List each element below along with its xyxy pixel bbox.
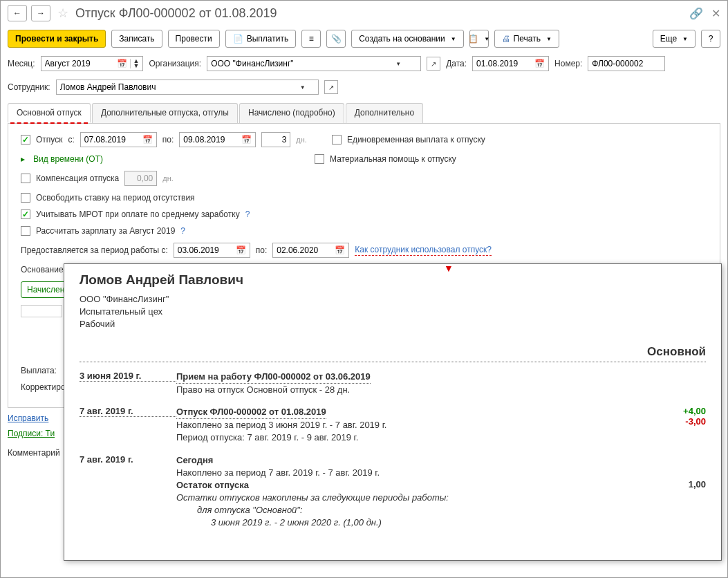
- vacation-checkbox[interactable]: ✓: [21, 135, 30, 144]
- calc-salary-checkbox[interactable]: [21, 226, 30, 236]
- calendar-icon[interactable]: 📅: [142, 135, 153, 144]
- period-to-input[interactable]: 📅: [272, 243, 349, 258]
- period-from-input[interactable]: 📅: [174, 243, 250, 258]
- popup-position: Рабочий: [80, 318, 706, 330]
- pay-button[interactable]: 📄Выплатить: [225, 30, 297, 48]
- from-date-input[interactable]: 📅: [80, 132, 157, 147]
- popup-line: Накоплено за период 3 июня 2019 г. - 7 а…: [176, 420, 386, 430]
- popup-val-minus: -3,00: [664, 416, 706, 427]
- compensation-unit: дн.: [162, 174, 174, 183]
- more-label: Еще: [660, 34, 677, 44]
- free-rate-label: Освободить ставку на период отсутствия: [36, 193, 195, 203]
- material-help-label: Материальная помощь к отпуску: [330, 154, 456, 164]
- period-to-label: по:: [256, 245, 268, 255]
- compensation-checkbox[interactable]: [21, 174, 30, 183]
- popup-val-plus: +4,00: [664, 406, 706, 416]
- help-icon[interactable]: ?: [245, 209, 250, 219]
- print-label: Печать: [514, 34, 541, 44]
- close-icon[interactable]: ✕: [711, 7, 720, 20]
- corrected-label: Корректиро: [21, 382, 66, 392]
- free-rate-checkbox[interactable]: [21, 193, 30, 203]
- popup-dept: Испытательный цех: [80, 306, 706, 318]
- arrow-down-icon: ▼: [444, 263, 454, 274]
- copy-button[interactable]: 📋▼: [469, 30, 489, 48]
- calc-salary-label: Рассчитать зарплату за Август 2019: [36, 226, 175, 236]
- date-input[interactable]: 📅: [472, 56, 549, 71]
- print-button[interactable]: 🖨Печать▼: [494, 30, 559, 48]
- calendar-icon[interactable]: 📅: [534, 59, 545, 68]
- back-button[interactable]: ←: [8, 5, 27, 21]
- basis-label: Основание: [21, 265, 64, 274]
- to-label: по:: [162, 135, 174, 144]
- comment-label: Комментарий: [8, 448, 60, 458]
- popup-line: Накоплено за период 7 авг. 2019 г. - 7 а…: [176, 467, 380, 478]
- vacation-usage-popup: ▼ Ломов Андрей Павлович ООО "ФинансЛизин…: [64, 263, 722, 561]
- calendar-icon[interactable]: 📅: [236, 245, 246, 255]
- save-button[interactable]: Записать: [111, 30, 162, 48]
- lump-sum-checkbox[interactable]: [332, 135, 342, 144]
- time-type-link[interactable]: Вид времени (ОТ): [33, 154, 103, 164]
- submit-close-button[interactable]: Провести и закрыть: [8, 30, 106, 48]
- create-based-button[interactable]: Создать на основании▼: [351, 30, 463, 48]
- link-icon[interactable]: 🔗: [689, 7, 703, 20]
- favorite-icon[interactable]: ☆: [57, 6, 68, 21]
- days-input[interactable]: [261, 132, 290, 147]
- submit-button[interactable]: Провести: [168, 30, 220, 48]
- tab-additional[interactable]: Дополнительные отпуска, отгулы: [92, 103, 238, 123]
- forward-button[interactable]: →: [31, 5, 50, 21]
- tab-accrued[interactable]: Начислено (подробно): [239, 103, 344, 123]
- popup-line: Период отпуска: 7 авг. 2019 г. - 9 авг. …: [176, 432, 358, 442]
- number-label: Номер:: [554, 59, 582, 68]
- help-button[interactable]: ?: [701, 30, 720, 48]
- popup-org: ООО "ФинансЛизинг": [80, 293, 706, 306]
- how-used-link[interactable]: Как сотрудник использовал отпуск?: [355, 245, 492, 256]
- payout-label: Выплата:: [21, 366, 57, 375]
- list-icon-button[interactable]: ≡: [301, 30, 321, 48]
- date-label: Дата:: [446, 59, 467, 68]
- popup-employee-name: Ломов Андрей Павлович: [80, 272, 706, 288]
- tab-extra[interactable]: Дополнительно: [346, 103, 423, 123]
- attachment-button[interactable]: 📎: [326, 30, 346, 48]
- calendar-icon[interactable]: 📅: [241, 135, 252, 144]
- number-input[interactable]: [588, 56, 665, 71]
- employee-open-button[interactable]: ↗: [324, 80, 338, 94]
- from-label: с:: [68, 135, 74, 144]
- to-date-input[interactable]: 📅: [179, 132, 256, 147]
- help-icon[interactable]: ?: [180, 226, 185, 236]
- popup-line: Право на отпуск Основной отпуск - 28 дн.: [176, 384, 350, 395]
- popup-date: 3 июня 2019 г.: [80, 371, 176, 382]
- org-label: Организация:: [149, 59, 201, 68]
- calendar-icon[interactable]: 📅: [117, 59, 127, 68]
- popup-section: Основной: [80, 345, 706, 362]
- vacation-label: Отпуск: [36, 135, 62, 144]
- employee-input[interactable]: ▼: [56, 80, 319, 95]
- popup-italic: 3 июня 2019 г. - 2 июня 2020 г. (1,00 дн…: [176, 517, 382, 528]
- signatures-link[interactable]: Подписи: Ти: [8, 429, 55, 438]
- popup-italic: для отпуска "Основной":: [176, 505, 303, 515]
- compensation-label: Компенсация отпуска: [36, 174, 119, 183]
- popup-remainder-value: 1,00: [664, 479, 706, 490]
- tab-main[interactable]: Основной отпуск: [8, 103, 91, 123]
- lump-sum-label: Единовременная выплата к отпуску: [347, 135, 485, 144]
- expand-icon[interactable]: ▸: [21, 154, 25, 164]
- more-button[interactable]: Еще▼: [653, 30, 696, 48]
- popup-date: 7 авг. 2019 г.: [80, 406, 176, 417]
- employee-label: Сотрудник:: [8, 82, 50, 92]
- mrot-label: Учитывать МРОТ при оплате по среднему за…: [36, 209, 240, 219]
- popup-today: Сегодня: [176, 455, 213, 465]
- mrot-checkbox[interactable]: ✓: [21, 209, 30, 219]
- window-title: Отпуск ФЛ00-000002 от 01.08.2019: [75, 6, 685, 21]
- period-label: Предоставляется за период работы с:: [21, 245, 168, 255]
- material-help-checkbox[interactable]: [315, 154, 324, 164]
- popup-event-title[interactable]: Прием на работу ФЛ00-000002 от 03.06.201…: [176, 371, 371, 384]
- org-open-button[interactable]: ↗: [427, 57, 440, 71]
- org-input[interactable]: ▼: [207, 56, 421, 71]
- fix-link[interactable]: Исправить: [8, 413, 48, 423]
- calendar-icon[interactable]: 📅: [335, 245, 345, 255]
- popup-event-title[interactable]: Отпуск ФЛ00-000002 от 01.08.2019: [176, 406, 326, 419]
- accrued-label: Начислен: [27, 285, 64, 295]
- popup-remainder-label: Остаток отпуска: [176, 480, 249, 490]
- create-based-label: Создать на основании: [359, 34, 445, 44]
- month-input[interactable]: 📅▲▼: [41, 56, 144, 71]
- popup-italic: Остатки отпусков накоплены за следующие …: [176, 492, 449, 503]
